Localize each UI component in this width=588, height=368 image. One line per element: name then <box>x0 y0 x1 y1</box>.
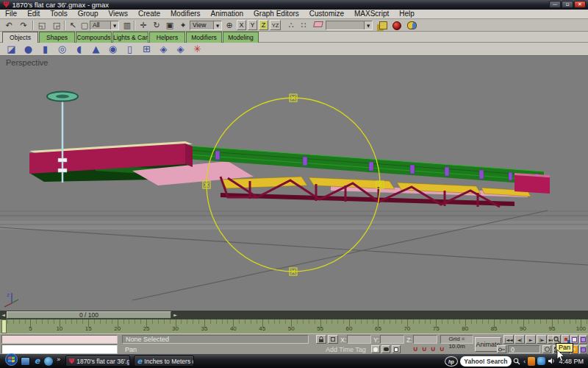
snap-toggle-icon[interactable]: ∪ <box>412 345 420 353</box>
taskbar-button-browser[interactable]: e Inches to Meters co... <box>134 355 194 367</box>
tray-collapse-icon[interactable]: ‹ <box>523 358 526 365</box>
select-and-rotate-icon[interactable]: ↻ <box>150 20 163 30</box>
key-mode-toggle-icon[interactable] <box>497 345 506 353</box>
trackbar-right-arrow-icon[interactable]: ► <box>172 311 179 319</box>
select-and-scale-icon[interactable]: ▣ <box>163 20 176 30</box>
tab[interactable]: Modifiers <box>186 32 222 43</box>
select-and-move-icon[interactable]: ✛ <box>137 20 150 30</box>
angle-snap-toggle-icon[interactable]: ∪ <box>420 345 429 353</box>
array-icon[interactable]: ∷ <box>297 20 310 30</box>
absolute-offset-toggle-icon[interactable] <box>328 335 338 344</box>
title-bar[interactable]: Ψ 1870's flat car 36'.gmax - gmax — ▫ ✕ <box>0 0 588 10</box>
restrict-plane-button[interactable]: YZ <box>270 20 281 30</box>
menu-item[interactable]: Create <box>133 10 165 18</box>
tray-network-icon[interactable] <box>537 357 545 365</box>
z-coord-field[interactable] <box>413 335 437 344</box>
tab[interactable]: Shapes <box>39 32 75 43</box>
menu-item[interactable]: Graph Editors <box>248 10 304 18</box>
primitive-object-icon[interactable]: ◎ <box>54 43 71 54</box>
quick-launch-overflow-icon[interactable]: » <box>57 355 61 363</box>
chevron-down-icon[interactable]: ▼ <box>213 21 221 29</box>
track-view-icon[interactable] <box>379 21 387 29</box>
y-coord-field[interactable] <box>380 335 404 344</box>
tray-icon-orange[interactable] <box>528 357 535 366</box>
primitive-object-icon[interactable]: ◪ <box>3 43 20 54</box>
playback-button[interactable]: ◄| <box>514 335 525 344</box>
primitive-object-icon[interactable]: ◈ <box>155 43 172 54</box>
undo-icon[interactable]: ↶ <box>2 20 15 30</box>
close-button[interactable]: ✕ <box>574 1 586 8</box>
restrict-y-button[interactable]: Y <box>248 20 257 30</box>
primitive-object-icon[interactable]: ◈ <box>172 43 189 54</box>
volume-icon[interactable] <box>548 357 556 365</box>
named-selection-sets-dropdown[interactable]: ▼ <box>326 21 373 30</box>
primitive-object-icon[interactable]: ◉ <box>104 43 121 54</box>
current-frame-field[interactable]: 0 <box>508 345 540 353</box>
material-editor-icon[interactable] <box>392 21 401 30</box>
status-icon-3[interactable] <box>392 345 401 353</box>
menu-item[interactable]: MAXScript <box>349 10 394 18</box>
search-icon[interactable] <box>513 358 520 365</box>
unlink-selection-icon[interactable]: ◲ <box>50 20 63 30</box>
viewport-canvas[interactable]: z <box>0 56 588 311</box>
time-slider[interactable]: 0 / 100 <box>7 311 171 319</box>
restrict-z-button[interactable]: Z <box>259 20 268 30</box>
render-teapot-icon[interactable] <box>407 21 417 29</box>
spinner-snap-toggle-icon[interactable]: ∪ <box>438 345 446 353</box>
reference-coordinate-system-dropdown[interactable]: View ▼ <box>190 21 222 30</box>
listener-field[interactable] <box>1 344 118 354</box>
time-configuration-icon[interactable] <box>542 345 551 353</box>
primitive-object-icon[interactable]: ▮ <box>37 43 54 54</box>
start-button[interactable] <box>5 353 18 368</box>
perspective-viewport[interactable]: z Perspective <box>0 56 588 311</box>
redo-icon[interactable]: ↷ <box>17 20 30 30</box>
primitive-object-icon[interactable]: ● <box>20 43 37 54</box>
primitive-object-icon[interactable]: ⊞ <box>138 43 155 54</box>
select-and-link-icon[interactable]: ◱ <box>35 20 49 30</box>
menu-item[interactable]: Help <box>394 10 420 18</box>
playback-button[interactable]: ► <box>526 335 536 344</box>
align-icon[interactable] <box>313 21 323 27</box>
playback-button[interactable]: |◄◄ <box>503 335 514 344</box>
menu-item[interactable]: Modifiers <box>165 10 206 18</box>
timeline-ruler[interactable]: 5101520253035404550556065707580859095100 <box>0 319 588 333</box>
macro-recorder-field[interactable] <box>1 335 118 344</box>
tab[interactable]: Lights & Cameras <box>112 32 148 43</box>
chevron-down-icon[interactable]: ▼ <box>110 21 118 29</box>
current-frame-marker[interactable] <box>1 319 7 333</box>
viewport-label[interactable]: Perspective <box>6 58 48 67</box>
minimize-button[interactable]: — <box>549 1 561 8</box>
primitive-object-icon[interactable]: ◖ <box>71 43 87 54</box>
selection-filter-dropdown[interactable]: All ▼ <box>90 21 119 30</box>
menu-item[interactable]: Views <box>104 10 134 18</box>
tab[interactable]: Modeling <box>223 32 259 43</box>
show-desktop-icon[interactable] <box>21 357 30 366</box>
percent-snap-toggle-icon[interactable]: ∪ <box>429 345 437 353</box>
menu-item[interactable]: File <box>0 10 22 18</box>
taskbar-button-gmax[interactable]: Ψ 1870's flat car 36'.g... <box>65 355 130 367</box>
select-and-manipulate-icon[interactable]: ✦ <box>176 20 190 30</box>
yahoo-search-input[interactable]: Yahoo! Search <box>460 356 512 367</box>
chevron-down-icon[interactable]: ▼ <box>364 21 372 29</box>
tab[interactable]: Compounds <box>76 32 112 43</box>
menu-item[interactable]: Edit <box>22 10 45 18</box>
primitive-object-icon[interactable]: ✳ <box>189 43 206 54</box>
menu-item[interactable]: Group <box>73 10 104 18</box>
window-crossing-icon[interactable]: ▥ <box>121 20 134 30</box>
primitive-object-icon[interactable]: ▯ <box>121 43 138 54</box>
zoom-extents-all-icon[interactable] <box>579 335 587 344</box>
tab[interactable]: Objects <box>2 32 38 43</box>
add-time-tag[interactable]: Add Time Tag <box>326 346 366 353</box>
flatcar-model[interactable] <box>29 92 550 208</box>
status-icon-1[interactable] <box>371 345 380 353</box>
tab[interactable]: Helpers <box>149 32 185 43</box>
quick-launch-ie-icon[interactable]: e <box>32 357 42 366</box>
min-max-toggle-icon[interactable] <box>579 345 587 354</box>
playback-button[interactable]: |► <box>537 335 547 344</box>
status-icon-2[interactable] <box>381 345 390 353</box>
menu-item[interactable]: Customize <box>304 10 349 18</box>
mirror-icon[interactable]: ∴ <box>284 20 298 30</box>
use-pivot-point-icon[interactable]: ⊕ <box>223 20 236 30</box>
selection-lock-icon[interactable] <box>316 335 326 344</box>
menu-item[interactable]: Animation <box>206 10 248 18</box>
